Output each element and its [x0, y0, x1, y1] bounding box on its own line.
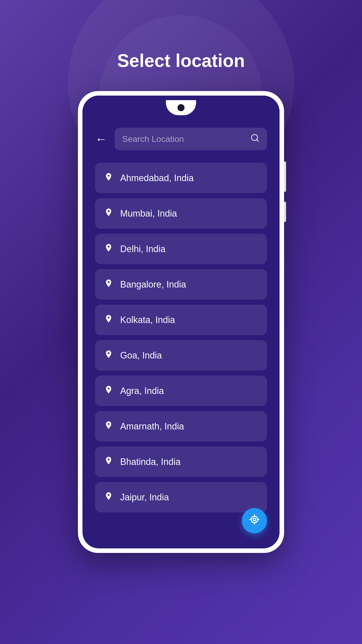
camera-dot — [177, 104, 185, 111]
location-target-icon — [249, 514, 260, 528]
phone-notch — [82, 96, 280, 118]
pin-icon — [104, 172, 113, 184]
search-row: ← Search Location — [95, 128, 267, 150]
svg-point-2 — [253, 518, 256, 521]
list-item[interactable]: Bhatinda, India — [95, 447, 267, 477]
list-item[interactable]: Agra, India — [95, 376, 267, 406]
location-name: Bangalore, India — [120, 279, 186, 290]
list-item[interactable]: Ahmedabad, India — [95, 163, 267, 193]
list-item[interactable]: Kolkata, India — [95, 305, 267, 335]
current-location-fab[interactable] — [242, 508, 267, 533]
app-content: ← Search Location — [82, 118, 280, 522]
location-list: Ahmedabad, India Mumbai, India — [95, 163, 267, 512]
search-icon — [250, 133, 259, 145]
list-item[interactable]: Amarnath, India — [95, 411, 267, 441]
pin-icon — [104, 243, 113, 255]
location-name: Ahmedabad, India — [120, 173, 194, 183]
list-item[interactable]: Mumbai, India — [95, 198, 267, 229]
pin-icon — [104, 492, 113, 503]
pin-icon — [104, 314, 113, 326]
pin-icon — [104, 350, 113, 361]
location-name: Mumbai, India — [120, 208, 177, 219]
location-name: Delhi, India — [120, 244, 165, 254]
pin-icon — [104, 208, 113, 219]
location-name: Goa, India — [120, 350, 162, 361]
location-name: Jaipur, India — [120, 492, 169, 503]
pin-icon — [104, 421, 113, 432]
back-button[interactable]: ← — [95, 133, 107, 145]
search-input[interactable]: Search Location — [122, 134, 184, 144]
notch-cutout — [166, 100, 196, 115]
pin-icon — [104, 456, 113, 467]
list-item[interactable]: Jaipur, India — [95, 482, 267, 512]
list-item[interactable]: Bangalore, India — [95, 269, 267, 300]
phone-frame: ← Search Location — [78, 91, 284, 553]
list-item[interactable]: Goa, India — [95, 340, 267, 371]
location-name: Agra, India — [120, 386, 164, 396]
location-name: Kolkata, India — [120, 315, 175, 325]
pin-icon — [104, 279, 113, 290]
page-title: Select location — [117, 50, 245, 71]
search-input-container[interactable]: Search Location — [115, 128, 267, 150]
list-item[interactable]: Delhi, India — [95, 234, 267, 264]
location-name: Bhatinda, India — [120, 457, 180, 467]
phone-inner: ← Search Location — [82, 96, 280, 548]
svg-point-3 — [251, 516, 258, 523]
pin-icon — [104, 385, 113, 396]
location-name: Amarnath, India — [120, 421, 184, 432]
svg-line-1 — [257, 140, 258, 141]
